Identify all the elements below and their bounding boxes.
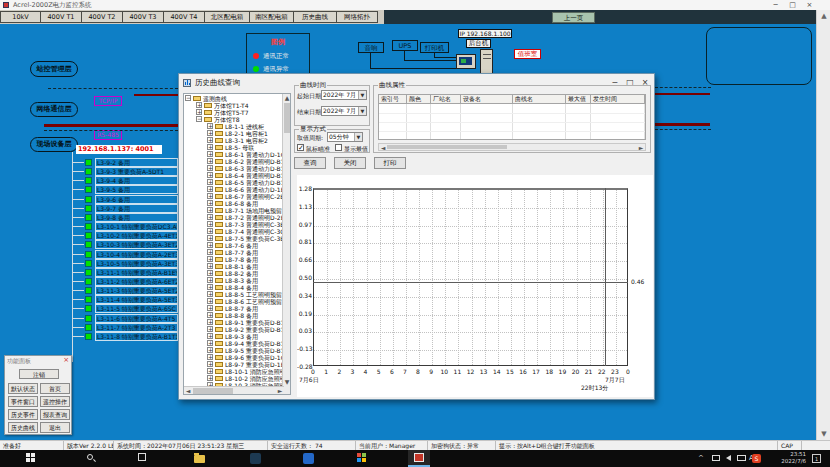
mouse-aim-checkbox[interactable]: ✓ xyxy=(297,144,304,151)
tab-网络拓扑[interactable]: 网络拓扑 xyxy=(336,11,378,23)
tree-item[interactable]: +L8-7-8 备用 xyxy=(184,256,284,263)
tree-item[interactable]: +L8-9-7 重要负荷D-1B xyxy=(184,361,284,368)
column-header-发生时间[interactable]: 发生时间 xyxy=(591,95,645,104)
tree-item[interactable]: +L8-6-3 普通动力D-B1 xyxy=(184,165,284,172)
show-max-checkbox[interactable] xyxy=(335,144,342,151)
tree-item[interactable]: −万体馆T8 xyxy=(184,116,284,123)
column-header-最大值[interactable]: 最大值 xyxy=(566,95,591,104)
tree-item[interactable]: +L8-7-5 重要负荷C-3B xyxy=(184,235,284,242)
tree-item[interactable]: +L8-8-5 工艺照明预留 xyxy=(184,291,284,298)
status-green-indicator[interactable] xyxy=(85,232,92,239)
panel-button-遥控操作[interactable]: 遥控操作 xyxy=(40,396,70,407)
tree-item[interactable]: +L8-8-8 备用 xyxy=(184,312,284,319)
status-green-indicator[interactable] xyxy=(85,305,92,312)
tree-expand-icon[interactable]: − xyxy=(196,116,202,122)
search-icon[interactable] xyxy=(86,453,97,464)
dropdown-arrow-icon[interactable]: ▼ xyxy=(354,133,362,141)
tab-400V T4[interactable]: 400V T4 xyxy=(163,11,205,23)
status-green-indicator[interactable] xyxy=(85,223,92,230)
function-panel-close-icon[interactable]: × xyxy=(63,356,69,364)
tree-expand-icon[interactable]: − xyxy=(185,95,191,101)
history-curve-chart[interactable]: 1.281.130.970.810.660.500.340.190.03-0.1… xyxy=(297,175,653,397)
close-button[interactable]: 关闭 xyxy=(334,157,366,169)
column-header-厂站名[interactable]: 厂站名 xyxy=(431,95,461,104)
scroll-thumb[interactable] xyxy=(193,388,233,394)
status-green-indicator[interactable] xyxy=(85,260,92,267)
tree-item[interactable]: +L8-6-7 普通照明C-2B xyxy=(184,193,284,200)
tree-item[interactable]: +L8-7-3 普通照明C-3B xyxy=(184,221,284,228)
start-button[interactable] xyxy=(26,453,37,464)
plot-area[interactable] xyxy=(313,188,628,366)
tree-item[interactable]: +L8-9-2 重要负荷D-B1 xyxy=(184,326,284,333)
status-green-indicator[interactable] xyxy=(85,214,92,221)
tree-item[interactable]: +L8-6-5 普通动力D-B1 xyxy=(184,179,284,186)
scroll-thumb[interactable] xyxy=(387,145,507,149)
tree-item[interactable]: +L8-6-6 普通动力D-1B xyxy=(184,186,284,193)
acrel-app-taskbar-icon[interactable] xyxy=(408,450,430,467)
tray-sogou-icon[interactable]: S xyxy=(752,454,761,463)
tab-10kV[interactable]: 10kV xyxy=(0,11,41,23)
tree-item[interactable]: +L8-7-4 普通照明C-3C xyxy=(184,228,284,235)
tab-北区配电箱[interactable]: 北区配电箱 xyxy=(204,11,250,23)
status-green-indicator[interactable] xyxy=(85,278,92,285)
status-green-indicator[interactable] xyxy=(85,324,92,331)
panel-button-历史事件[interactable]: 历史事件 xyxy=(8,409,38,420)
tree-item[interactable]: +L8-9-3 备用 xyxy=(184,333,284,340)
logout-button[interactable]: 注销 xyxy=(19,369,59,379)
dropdown-arrow-icon[interactable]: ▼ xyxy=(358,91,366,99)
panel-button-默认状态[interactable]: 默认状态 xyxy=(8,383,38,394)
status-green-indicator[interactable] xyxy=(85,296,92,303)
tree-item[interactable]: +L8-3-1 电容柜2 xyxy=(184,137,284,144)
column-header-索引号[interactable]: 索引号 xyxy=(379,95,407,104)
tree-item[interactable]: +L8-8-1 备用 xyxy=(184,263,284,270)
scroll-thumb[interactable] xyxy=(284,103,290,133)
tree-horizontal-scrollbar[interactable]: ◄ ► xyxy=(184,386,284,394)
tree-item[interactable]: +L8-2-1 电容柜1 xyxy=(184,130,284,137)
column-header-颜色[interactable]: 颜色 xyxy=(407,95,431,104)
window-maximize-button[interactable]: □ xyxy=(785,0,800,10)
app-icon-blue[interactable] xyxy=(303,453,314,464)
status-green-indicator[interactable] xyxy=(85,241,92,248)
panel-button-历史曲线[interactable]: 历史曲线 xyxy=(8,422,38,433)
scroll-down-icon[interactable]: ▼ xyxy=(817,428,830,440)
scroll-up-icon[interactable]: ▲ xyxy=(283,94,291,102)
period-select[interactable]: 05分钟▼ xyxy=(327,132,363,142)
tree-item[interactable]: +L8-6-2 普通照明D-B1 xyxy=(184,158,284,165)
tree-item[interactable]: +L8-8-2 备用 xyxy=(184,270,284,277)
status-green-indicator[interactable] xyxy=(85,315,92,322)
tree-item[interactable]: +L8-7-6 备用 xyxy=(184,242,284,249)
status-green-indicator[interactable] xyxy=(85,287,92,294)
start-date-picker[interactable]: 2022年 7月 6▼ xyxy=(321,90,367,100)
tree-item[interactable]: +L8-6-1 普通动力D-1C xyxy=(184,151,284,158)
scroll-right-icon[interactable]: ► xyxy=(637,144,645,152)
tab-400V T2[interactable]: 400V T2 xyxy=(81,11,123,23)
tree-item[interactable]: +L8-7-1 场地用电预留 xyxy=(184,207,284,214)
status-green-indicator[interactable] xyxy=(85,177,92,184)
tree-item[interactable]: +L8-1-1 进线柜 xyxy=(184,123,284,130)
query-button[interactable]: 查询 xyxy=(294,157,326,169)
status-green-indicator[interactable] xyxy=(85,333,92,340)
tray-chevron-icon[interactable]: ^ xyxy=(698,454,704,462)
tree-item[interactable]: +L8-9-1 重要负荷D-B1 xyxy=(184,319,284,326)
tree-item[interactable]: +L8-10-1 消防应急照明 xyxy=(184,368,284,375)
status-green-indicator[interactable] xyxy=(85,159,92,166)
scroll-up-icon[interactable]: ▲ xyxy=(817,10,830,22)
tray-clock[interactable]: 23:51 2022/7/6 xyxy=(768,451,806,465)
tree-item[interactable]: +L8-6-4 普通照明D-B1 xyxy=(184,172,284,179)
tab-400V T3[interactable]: 400V T3 xyxy=(122,11,164,23)
column-header-设备名[interactable]: 设备名 xyxy=(461,95,513,104)
print-button[interactable]: 打印 xyxy=(374,157,406,169)
tab-历史曲线[interactable]: 历史曲线 xyxy=(293,11,337,23)
window-close-button[interactable]: × xyxy=(802,0,817,10)
windows-app-icon[interactable] xyxy=(357,453,368,464)
panel-button-事件窗口[interactable]: 事件窗口 xyxy=(8,396,38,407)
curve-properties-table[interactable]: 索引号颜色厂站名设备名曲线名最大值发生时间 xyxy=(378,94,646,140)
status-green-indicator[interactable] xyxy=(85,205,92,212)
status-green-indicator[interactable] xyxy=(85,168,92,175)
tab-南区配电箱[interactable]: 南区配电箱 xyxy=(249,11,294,23)
end-date-picker[interactable]: 2022年 7月 6▼ xyxy=(321,106,367,116)
tray-network-icon[interactable] xyxy=(712,455,720,461)
tree-item[interactable]: +L8-8-7 备用 xyxy=(184,305,284,312)
dropdown-arrow-icon[interactable]: ▼ xyxy=(358,107,366,115)
tree-item[interactable]: +L8-8-6 工艺照明预留 xyxy=(184,298,284,305)
